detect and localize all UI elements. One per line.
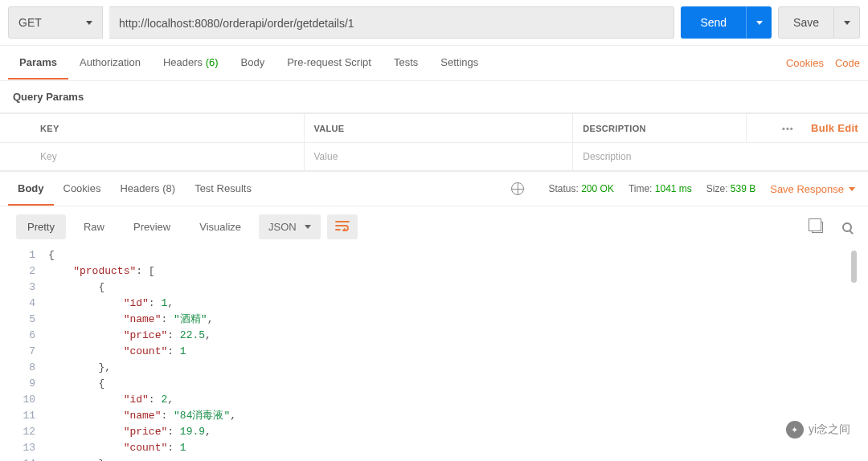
value-input[interactable]: Value	[304, 143, 573, 171]
line-number: 4	[0, 296, 48, 312]
watermark: ✦ yi念之间	[786, 421, 850, 439]
code-line: 14 },	[0, 456, 868, 461]
line-number: 1	[0, 247, 48, 263]
chevron-down-icon	[844, 21, 850, 25]
status-value: 200 OK	[581, 183, 614, 194]
request-tabs: Params Authorization Headers (6) Body Pr…	[0, 46, 868, 81]
line-number: 9	[0, 376, 48, 392]
save-response-link[interactable]: Save Response	[770, 183, 855, 195]
code-line: 2 "products": [	[0, 263, 868, 279]
method-select[interactable]: GET	[8, 6, 103, 39]
code-link[interactable]: Code	[835, 57, 860, 69]
viewer-format-label: JSON	[268, 221, 297, 233]
tab-params[interactable]: Params	[8, 47, 68, 80]
line-number: 7	[0, 344, 48, 360]
code-line: 8 },	[0, 360, 868, 376]
resp-tab-cookies[interactable]: Cookies	[54, 173, 111, 206]
response-body-viewer[interactable]: 1{2 "products": [3 {4 "id": 1,5 "name": …	[0, 247, 868, 461]
code-line: 13 "count": 1	[0, 440, 868, 456]
code-content: "count": 1	[48, 440, 186, 456]
save-button[interactable]: Save	[778, 6, 834, 39]
code-content: {	[48, 279, 104, 296]
time-value: 1041 ms	[655, 183, 692, 194]
line-number: 14	[0, 456, 48, 461]
request-bar: GET http://localhost:8080/orderapi/order…	[0, 0, 868, 46]
line-number: 3	[0, 279, 48, 296]
size-label: Size:	[706, 183, 728, 194]
query-params-table: KEY VALUE DESCRIPTION ••• Bulk Edit Key …	[0, 113, 868, 171]
viewer-raw[interactable]: Raw	[72, 214, 116, 239]
query-params-title: Query Params	[0, 81, 868, 113]
more-icon[interactable]: •••	[782, 124, 794, 133]
resp-tab-body[interactable]: Body	[8, 173, 54, 206]
chevron-down-icon	[849, 187, 855, 191]
cookies-link[interactable]: Cookies	[786, 57, 824, 69]
code-line: 6 "price": 22.5,	[0, 328, 868, 344]
wrap-icon	[335, 220, 350, 231]
tab-prerequest[interactable]: Pre-request Script	[276, 47, 383, 80]
tab-body[interactable]: Body	[230, 47, 276, 80]
send-dropdown-button[interactable]	[746, 6, 772, 39]
viewer-format-select[interactable]: JSON	[259, 214, 321, 239]
time-label: Time:	[628, 183, 653, 194]
method-value: GET	[18, 16, 42, 29]
viewer-visualize[interactable]: Visualize	[188, 214, 252, 239]
save-response-label: Save Response	[770, 183, 844, 195]
key-input[interactable]: Key	[0, 143, 304, 171]
code-line: 11 "name": "84消毒液",	[0, 408, 868, 424]
tab-headers-count: (6)	[206, 56, 219, 68]
viewer-pretty[interactable]: Pretty	[16, 214, 66, 239]
description-input[interactable]: Description	[573, 143, 868, 171]
chevron-down-icon	[305, 225, 311, 229]
copy-icon[interactable]	[812, 222, 823, 233]
tab-headers[interactable]: Headers (6)	[152, 47, 230, 80]
viewer-preview[interactable]: Preview	[122, 214, 182, 239]
tab-authorization[interactable]: Authorization	[68, 47, 152, 80]
line-number: 11	[0, 408, 48, 424]
code-content: {	[48, 247, 55, 263]
col-description: DESCRIPTION	[573, 114, 747, 143]
chevron-down-icon	[86, 21, 92, 25]
col-key: KEY	[0, 114, 304, 143]
code-content: "count": 1	[48, 344, 186, 360]
code-line: 12 "price": 19.9,	[0, 424, 868, 440]
response-meta: Status: 200 OK Time: 1041 ms Size: 539 B…	[511, 182, 855, 195]
line-number: 13	[0, 440, 48, 456]
code-content: "name": "酒精",	[48, 312, 213, 328]
viewer-bar: Pretty Raw Preview Visualize JSON	[0, 206, 868, 247]
save-dropdown-button[interactable]	[834, 6, 860, 39]
resp-tab-headers-label: Headers	[120, 182, 159, 194]
code-content: "name": "84消毒液",	[48, 408, 236, 424]
scrollbar-thumb[interactable]	[851, 251, 857, 283]
tab-tests[interactable]: Tests	[383, 47, 429, 80]
code-content: "price": 22.5,	[48, 328, 211, 344]
code-content: },	[48, 456, 111, 461]
resp-tab-testresults[interactable]: Test Results	[185, 173, 261, 206]
url-input[interactable]: http://localhost:8080/orderapi/order/get…	[109, 6, 674, 39]
bulk-edit-link[interactable]: Bulk Edit	[811, 122, 858, 134]
size-value: 539 B	[731, 183, 755, 194]
line-number: 6	[0, 328, 48, 344]
status-label: Status:	[548, 183, 578, 194]
line-number: 10	[0, 392, 48, 408]
search-icon[interactable]	[842, 222, 852, 232]
wrap-lines-button[interactable]	[327, 214, 358, 239]
table-row[interactable]: Key Value Description	[0, 143, 868, 171]
tab-headers-label: Headers	[163, 56, 203, 68]
wechat-icon: ✦	[786, 421, 804, 439]
code-line: 3 {	[0, 279, 868, 296]
send-button[interactable]: Send	[681, 6, 746, 39]
code-line: 9 {	[0, 376, 868, 392]
line-number: 8	[0, 360, 48, 376]
code-line: 1{	[0, 247, 868, 263]
line-number: 12	[0, 424, 48, 440]
code-content: },	[48, 360, 111, 376]
tab-settings[interactable]: Settings	[429, 47, 489, 80]
watermark-text: yi念之间	[809, 422, 850, 437]
globe-icon[interactable]	[511, 182, 524, 195]
code-line: 5 "name": "酒精",	[0, 312, 868, 328]
code-content: "products": [	[48, 263, 155, 279]
response-tabs: Body Cookies Headers (8) Test Results St…	[0, 171, 868, 206]
code-content: "price": 19.9,	[48, 424, 211, 440]
resp-tab-headers[interactable]: Headers (8)	[110, 173, 185, 206]
